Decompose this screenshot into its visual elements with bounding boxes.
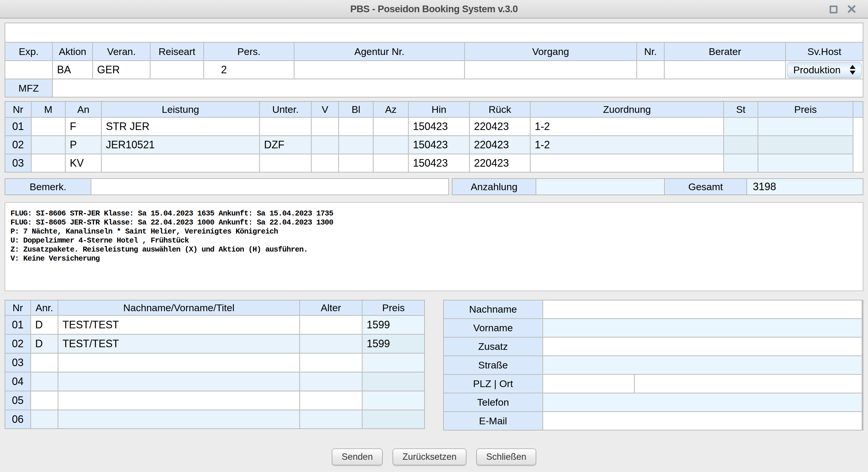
cell-alter[interactable] (300, 391, 362, 409)
cell-anr[interactable] (31, 410, 58, 429)
cell-hin[interactable]: 150423 (409, 118, 469, 135)
strasse-field[interactable] (543, 356, 862, 374)
berater-field[interactable] (665, 61, 785, 78)
cell-st[interactable] (724, 136, 757, 154)
cell-alter[interactable] (300, 354, 362, 372)
nachname-field[interactable] (543, 301, 862, 318)
cell-rueck[interactable]: 220423 (470, 118, 530, 135)
pers-field[interactable]: 2 (204, 61, 294, 78)
cell-bl[interactable] (339, 154, 373, 172)
cell-an[interactable]: F (66, 118, 101, 135)
info-textarea[interactable]: FLUG: SI-8606 STR-JER Klasse: Sa 15.04.2… (5, 202, 863, 291)
cell-az[interactable] (374, 154, 408, 172)
plz-field[interactable] (543, 375, 634, 392)
senden-button[interactable]: Senden (332, 448, 383, 465)
reiseart-field[interactable] (151, 61, 203, 78)
cell-name[interactable] (58, 373, 299, 390)
cell-hin[interactable]: 150423 (409, 154, 469, 172)
cell-preis[interactable] (758, 118, 852, 135)
cell-zuordnung[interactable]: 1-2 (531, 118, 723, 135)
cell-preis[interactable] (758, 136, 852, 154)
cell-m[interactable] (32, 136, 65, 154)
cell-preis[interactable]: 1599 (363, 316, 424, 334)
aktion-field[interactable]: BA (53, 61, 92, 78)
cell-preis[interactable] (363, 391, 424, 409)
services-scrollbar-track[interactable] (854, 118, 863, 172)
cell-anr[interactable]: D (31, 316, 58, 334)
cell-anr[interactable] (31, 373, 58, 390)
cell-nr[interactable]: 03 (5, 354, 30, 372)
cell-rueck[interactable]: 220423 (470, 154, 530, 172)
anzahlung-field[interactable] (536, 178, 665, 195)
cell-zuordnung[interactable] (531, 154, 723, 172)
zuruecksetzen-button[interactable]: Zurücksetzen (393, 448, 466, 465)
cell-leistung[interactable] (102, 154, 259, 172)
email-field[interactable] (543, 412, 862, 430)
cell-nr[interactable]: 03 (5, 154, 31, 172)
cell-v[interactable] (312, 154, 338, 172)
cell-preis[interactable]: 1599 (363, 335, 424, 353)
cell-an[interactable]: KV (66, 154, 101, 172)
col-svc-st: St (724, 102, 757, 117)
cell-preis[interactable] (363, 410, 424, 429)
close-icon[interactable]: ✕ (846, 3, 857, 16)
cell-bl[interactable] (339, 136, 373, 154)
exp-field[interactable] (5, 61, 52, 78)
cell-leistung[interactable]: STR JER (102, 118, 259, 135)
cell-leistung[interactable]: JER10521 (102, 136, 259, 154)
cell-name[interactable]: TEST/TEST (58, 335, 299, 353)
cell-nr[interactable]: 02 (5, 335, 30, 353)
maximize-icon[interactable] (830, 5, 837, 13)
cell-unter[interactable] (260, 154, 311, 172)
cell-zuordnung[interactable]: 1-2 (531, 136, 723, 154)
cell-preis[interactable] (758, 154, 852, 172)
cell-v[interactable] (312, 118, 338, 135)
cell-alter[interactable] (300, 335, 362, 353)
cell-rueck[interactable]: 220423 (470, 136, 530, 154)
cell-az[interactable] (374, 118, 408, 135)
cell-anr[interactable] (31, 391, 58, 409)
cell-alter[interactable] (300, 410, 362, 429)
top-empty-strip[interactable] (5, 23, 863, 42)
cell-nr[interactable]: 01 (5, 118, 31, 135)
cell-nr[interactable]: 04 (5, 373, 30, 390)
cell-name[interactable] (58, 354, 299, 372)
telefon-field[interactable] (543, 394, 862, 411)
cell-st[interactable] (724, 118, 757, 135)
cell-unter[interactable]: DZF (260, 136, 311, 154)
cell-st[interactable] (724, 154, 757, 172)
cell-v[interactable] (312, 136, 338, 154)
cell-name[interactable] (58, 410, 299, 429)
zusatz-field[interactable] (543, 338, 862, 355)
cell-hin[interactable]: 150423 (409, 136, 469, 154)
gesamt-field[interactable]: 3198 (746, 178, 863, 195)
cell-anr[interactable]: D (31, 335, 58, 353)
cell-an[interactable]: P (66, 136, 101, 154)
cell-bl[interactable] (339, 118, 373, 135)
bemerk-field[interactable] (91, 178, 449, 195)
cell-az[interactable] (374, 136, 408, 154)
cell-alter[interactable] (300, 316, 362, 334)
agentur-nr-field[interactable] (294, 61, 464, 78)
sv-host-select[interactable]: Produktion (787, 62, 862, 77)
schliessen-button[interactable]: Schließen (476, 448, 536, 465)
cell-name[interactable]: TEST/TEST (58, 316, 299, 334)
cell-preis[interactable] (363, 354, 424, 372)
cell-anr[interactable] (31, 354, 58, 372)
cell-preis[interactable] (363, 373, 424, 390)
cell-nr[interactable]: 05 (5, 391, 30, 409)
cell-m[interactable] (32, 154, 65, 172)
cell-m[interactable] (32, 118, 65, 135)
mfz-field[interactable] (53, 80, 863, 97)
cell-nr[interactable]: 01 (5, 316, 30, 334)
cell-alter[interactable] (300, 373, 362, 390)
cell-unter[interactable] (260, 118, 311, 135)
cell-nr[interactable]: 02 (5, 136, 31, 154)
vorname-field[interactable] (543, 319, 862, 337)
veran-field[interactable]: GER (93, 61, 150, 78)
ort-field[interactable] (635, 375, 862, 392)
nr-field[interactable] (637, 61, 664, 78)
vorgang-field[interactable] (465, 61, 636, 78)
cell-name[interactable] (58, 391, 299, 409)
cell-nr[interactable]: 06 (5, 410, 30, 429)
